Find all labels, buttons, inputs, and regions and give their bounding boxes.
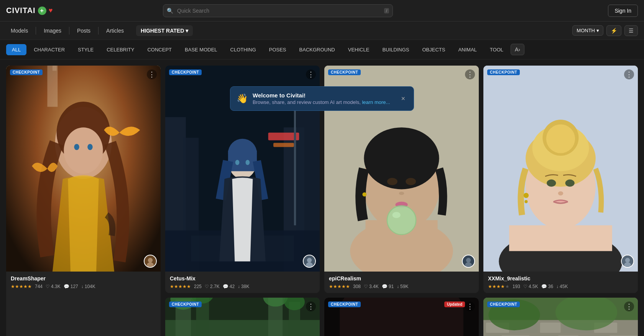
dreamshaper-likes: ♡ 4.3K: [46, 284, 61, 289]
svg-point-45: [466, 258, 471, 263]
svg-rect-22: [228, 151, 257, 171]
card-dreamshaper[interactable]: CHECKPOINT ⋮ DreamShaper ★★★★★ 744 ♡ 4.3…: [6, 66, 161, 336]
nav-separator-3: [98, 27, 99, 35]
tab-tool[interactable]: TOOL: [484, 44, 509, 55]
filter-button[interactable]: ⚡: [606, 25, 621, 36]
view-toggle-button[interactable]: ☰: [624, 25, 638, 36]
search-icon: 🔍: [167, 8, 173, 14]
svg-point-46: [465, 262, 472, 268]
tab-vehicle[interactable]: VEHICLE: [342, 44, 375, 55]
logo-text: CIVITAI: [6, 6, 36, 15]
search-input[interactable]: [163, 4, 393, 17]
xxmix-comments: 💬 36: [541, 284, 553, 289]
card-bottom-3[interactable]: CHECKPOINT ⋮: [483, 298, 638, 336]
welcome-banner: 👋 Welcome to Civitai! Browse, share, and…: [230, 86, 414, 111]
nav-item-images[interactable]: Images: [39, 25, 66, 36]
card-bottom-2-badge: CHECKPOINT: [328, 301, 361, 307]
dreamshaper-avatar-img: [145, 255, 156, 268]
card-dreamshaper-menu[interactable]: ⋮: [147, 69, 157, 79]
tab-character[interactable]: CHARACTER: [28, 44, 71, 55]
card-xxmix-info: XXMix_9realistic ★★★★★ 193 ♡ 4.5K 💬 36 ↓…: [483, 272, 638, 293]
svg-point-61: [524, 200, 527, 203]
svg-point-58: [565, 180, 575, 187]
sort-chevron-icon: ▾: [186, 28, 188, 34]
epicrealism-comments: 💬 91: [382, 284, 394, 289]
card-xxmix[interactable]: CHECKPOINT ⋮ XXMix_9realistic ★★★★★ 193 …: [483, 66, 638, 293]
svg-point-56: [546, 124, 575, 153]
svg-rect-2: [53, 66, 57, 71]
card-cetus-mix-name: Cetus-Mix: [170, 275, 315, 282]
card-bottom-2-image: CHECKPOINT Updated ⋮: [324, 298, 479, 336]
nav-separator-2: [69, 27, 69, 35]
learn-more-link[interactable]: learn more...: [362, 99, 390, 105]
svg-point-36: [364, 127, 439, 189]
xxmix-likes: ♡ 4.5K: [523, 284, 538, 289]
card-bottom-2[interactable]: CHECKPOINT Updated ⋮: [324, 298, 479, 336]
tab-all[interactable]: ALL: [6, 44, 26, 55]
epicrealism-stars: ★★★★★: [329, 284, 350, 289]
logo-plus-button[interactable]: +: [38, 7, 46, 15]
epicrealism-avatar-img: [463, 255, 474, 268]
card-xxmix-badge: CHECKPOINT: [487, 69, 520, 75]
tab-objects[interactable]: OBJECTS: [416, 44, 451, 55]
svg-rect-17: [273, 143, 294, 147]
svg-point-29: [307, 258, 312, 263]
svg-point-57: [547, 180, 556, 187]
card-bottom-1[interactable]: CHECKPOINT ⋮: [165, 298, 320, 336]
dreamshaper-art: [6, 66, 161, 272]
svg-rect-25: [294, 97, 296, 226]
card-xxmix-menu[interactable]: ⋮: [624, 69, 634, 79]
xxmix-downloads: ↓ 45K: [556, 284, 568, 289]
card-epicrealism-menu[interactable]: ⋮: [465, 69, 475, 79]
cetus-mix-avatar-img: [304, 255, 315, 268]
svg-point-10: [147, 262, 154, 268]
card-bottom-1-image: CHECKPOINT ⋮: [165, 298, 320, 336]
nav-right: MONTH ▾ ⚡ ☰: [572, 25, 638, 36]
nav-bar: Models Images Posts Articles HIGHEST RAT…: [0, 21, 644, 40]
nav-item-models[interactable]: Models: [6, 25, 33, 36]
welcome-close-button[interactable]: ×: [399, 94, 407, 104]
tab-style[interactable]: STYLE: [72, 44, 99, 55]
logo-heart-icon[interactable]: ♥: [49, 7, 53, 15]
filter-tabs: ALL CHARACTER STYLE CELEBRITY CONCEPT BA…: [0, 40, 644, 59]
sort-dropdown[interactable]: HIGHEST RATED ▾: [136, 25, 193, 36]
sort-label: HIGHEST RATED: [141, 28, 184, 34]
period-label: MONTH: [577, 28, 595, 33]
tab-concept[interactable]: CONCEPT: [141, 44, 177, 55]
page-wrapper: 👋 Welcome to Civitai! Browse, share, and…: [0, 59, 644, 336]
svg-rect-51: [509, 225, 612, 251]
welcome-description: Browse, share, and review custom AI art …: [253, 99, 394, 105]
card-epicrealism-badge: CHECKPOINT: [328, 69, 361, 75]
nav-item-articles[interactable]: Articles: [102, 25, 128, 36]
tab-base-model[interactable]: BASE MODEL: [179, 44, 223, 55]
nav-item-posts[interactable]: Posts: [72, 25, 95, 36]
nav-separator-1: [36, 27, 36, 35]
tab-clothing[interactable]: CLOTHING: [225, 44, 262, 55]
logo[interactable]: CIVITAI + ♥: [6, 6, 53, 15]
tab-background[interactable]: BACKGROUND: [294, 44, 341, 55]
search-shortcut: /: [384, 8, 389, 13]
welcome-desc-text: Browse, share, and review custom AI art …: [253, 99, 361, 105]
updated-badge: Updated: [444, 301, 465, 307]
card-epicrealism-stats: ★★★★★ 308 ♡ 3.4K 💬 91 ↓ 59K: [329, 284, 474, 289]
svg-point-42: [392, 212, 400, 218]
search-bar: 🔍 /: [163, 4, 393, 17]
card-bottom-3-image: CHECKPOINT ⋮: [483, 298, 638, 336]
period-select[interactable]: MONTH ▾: [572, 25, 603, 36]
tab-animal[interactable]: ANIMAL: [452, 44, 482, 55]
svg-rect-77: [340, 310, 463, 336]
svg-point-23: [235, 160, 240, 165]
tab-more-button[interactable]: A›: [511, 44, 524, 55]
xxmix-art: [483, 66, 638, 272]
card-cetus-mix-menu[interactable]: ⋮: [306, 69, 316, 79]
tab-celebrity[interactable]: CELEBRITY: [101, 44, 140, 55]
welcome-title: Welcome to Civitai!: [253, 92, 394, 99]
sign-in-button[interactable]: Sign In: [608, 5, 638, 17]
tab-poses[interactable]: POSES: [263, 44, 292, 55]
svg-point-59: [558, 191, 563, 196]
wave-emoji: 👋: [237, 93, 248, 104]
tab-buildings[interactable]: BUILDINGS: [376, 44, 415, 55]
svg-point-39: [399, 192, 404, 195]
dreamshaper-downloads: ↓ 104K: [81, 284, 95, 289]
svg-point-6: [74, 144, 79, 150]
